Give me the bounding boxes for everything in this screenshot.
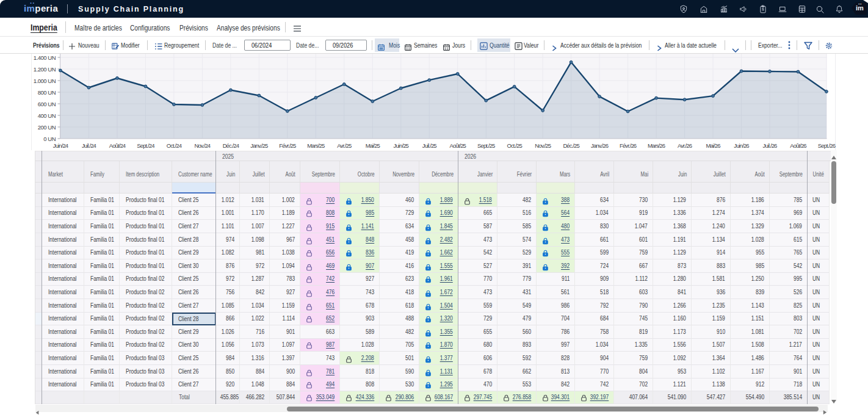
svg-text:Oct./24: Oct./24 — [167, 142, 182, 149]
svg-text:Sept./26: Sept./26 — [818, 142, 836, 149]
svg-text:800 UN: 800 UN — [38, 89, 56, 96]
svg-text:Mars/26: Mars/26 — [648, 142, 665, 149]
svg-text:400 UN: 400 UN — [38, 112, 56, 119]
svg-text:Août/25: Août/25 — [449, 142, 466, 149]
svg-text:200 UN: 200 UN — [38, 124, 56, 131]
svg-text:1.000 UN: 1.000 UN — [34, 78, 56, 84]
svg-text:Mai/25: Mai/25 — [366, 142, 380, 149]
svg-text:Janv./25: Janv./25 — [250, 142, 268, 149]
svg-text:Avr./25: Avr./25 — [337, 142, 352, 149]
svg-text:Nov./24: Nov./24 — [195, 142, 211, 149]
svg-text:Oct./25: Oct./25 — [507, 142, 523, 149]
svg-text:Août/24: Août/24 — [109, 142, 126, 149]
svg-text:Avr./26: Avr./26 — [678, 142, 692, 149]
svg-text:Juin/26: Juin/26 — [734, 142, 749, 149]
svg-text:Juin/25: Juin/25 — [394, 142, 409, 149]
svg-text:Mars/25: Mars/25 — [307, 142, 325, 149]
svg-text:Août/26: Août/26 — [790, 142, 806, 149]
svg-text:600 UN: 600 UN — [38, 101, 56, 107]
svg-text:Juil./24: Juil./24 — [82, 142, 96, 149]
svg-text:Déc./24: Déc./24 — [223, 142, 239, 149]
svg-text:Juin/24: Juin/24 — [53, 142, 68, 149]
svg-text:0 UN: 0 UN — [43, 136, 56, 142]
svg-text:Janv./26: Janv./26 — [591, 142, 609, 149]
svg-text:Sept./24: Sept./24 — [137, 142, 154, 149]
svg-text:1.200 UN: 1.200 UN — [34, 66, 56, 73]
svg-text:Sept./25: Sept./25 — [477, 142, 495, 149]
svg-text:Mai/26: Mai/26 — [706, 142, 720, 149]
svg-text:Févr./25: Févr./25 — [279, 142, 296, 149]
svg-text:Juil./26: Juil./26 — [763, 142, 778, 149]
svg-text:Févr./26: Févr./26 — [620, 142, 637, 149]
svg-text:Déc./25: Déc./25 — [563, 142, 579, 149]
svg-text:Nov./25: Nov./25 — [535, 142, 551, 149]
svg-text:Juil./25: Juil./25 — [422, 142, 437, 149]
svg-text:1.400 UN: 1.400 UN — [34, 54, 56, 61]
